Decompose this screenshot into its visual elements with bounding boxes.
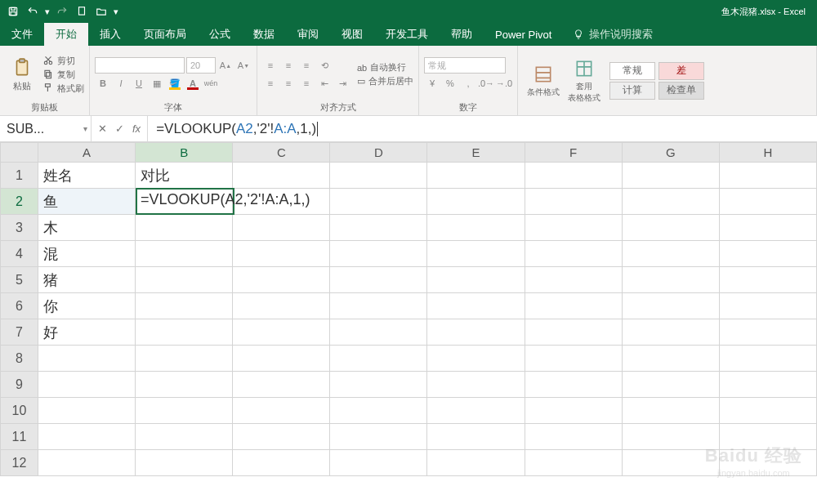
enter-formula-button[interactable]: ✓: [115, 123, 124, 135]
indent-increase-icon[interactable]: ⇥: [334, 75, 350, 91]
phonetic-button[interactable]: wén: [203, 75, 219, 91]
orientation-icon[interactable]: ⟲: [316, 57, 333, 74]
row-header-9[interactable]: 9: [1, 372, 38, 398]
column-header-H[interactable]: H: [719, 143, 816, 163]
increase-decimal-icon[interactable]: .0→: [478, 75, 494, 91]
table-format-button[interactable]: 套用 表格格式: [564, 55, 605, 107]
text-cursor: [317, 122, 318, 136]
percent-icon[interactable]: %: [442, 75, 458, 91]
format-painter-button[interactable]: 格式刷: [42, 83, 84, 95]
border-button[interactable]: ▦: [149, 75, 165, 91]
svg-rect-9: [45, 70, 50, 76]
tab-data[interactable]: 数据: [242, 23, 286, 46]
align-left-icon[interactable]: ≡: [262, 75, 279, 91]
row-header-5[interactable]: 5: [1, 267, 38, 293]
row-header-2[interactable]: 2: [1, 189, 38, 215]
row-header-7[interactable]: 7: [1, 319, 38, 346]
tab-pagelayout[interactable]: 页面布局: [132, 23, 198, 46]
fill-color-button[interactable]: 🪣: [167, 75, 183, 91]
column-header-C[interactable]: C: [233, 143, 330, 163]
align-right-icon[interactable]: ≡: [298, 75, 315, 91]
font-family-select[interactable]: [95, 57, 185, 74]
paste-button[interactable]: 粘贴: [5, 48, 39, 100]
qat-more-icon[interactable]: ▾: [111, 2, 121, 21]
row-header-8[interactable]: 8: [1, 346, 38, 372]
cancel-formula-button[interactable]: ✕: [98, 123, 107, 135]
row-header-3[interactable]: 3: [1, 215, 38, 241]
tab-view[interactable]: 视图: [330, 23, 374, 46]
column-header-B[interactable]: B: [136, 143, 233, 163]
align-bottom-icon[interactable]: ≡: [298, 57, 315, 74]
align-center-icon[interactable]: ≡: [280, 75, 297, 91]
align-middle-icon[interactable]: ≡: [280, 57, 297, 74]
style-bad[interactable]: 差: [659, 62, 704, 80]
align-top-icon[interactable]: ≡: [262, 57, 279, 74]
conditional-format-button[interactable]: 条件格式: [523, 55, 564, 107]
copy-button[interactable]: 复制: [42, 69, 84, 81]
indent-decrease-icon[interactable]: ⇤: [316, 75, 333, 91]
cell-C1[interactable]: [233, 163, 330, 189]
tab-review[interactable]: 审阅: [286, 23, 330, 46]
comma-icon[interactable]: ,: [460, 75, 476, 91]
style-check[interactable]: 检查单: [659, 82, 704, 100]
number-format-select[interactable]: 常规: [424, 57, 506, 74]
row-header-10[interactable]: 10: [1, 398, 38, 424]
column-header-F[interactable]: F: [525, 143, 622, 163]
select-all-corner[interactable]: [1, 143, 38, 163]
font-size-select[interactable]: 20: [186, 57, 216, 74]
cell-A4[interactable]: 混: [38, 241, 135, 267]
font-color-button[interactable]: A: [185, 75, 201, 91]
row-header-4[interactable]: 4: [1, 241, 38, 267]
qat-dropdown-icon[interactable]: ▾: [42, 2, 52, 21]
save-icon[interactable]: [3, 2, 23, 21]
merge-center-button[interactable]: ▭合并后居中: [357, 75, 413, 87]
row-header-11[interactable]: 11: [1, 424, 38, 450]
column-header-A[interactable]: A: [38, 143, 135, 163]
cell-B1[interactable]: 对比: [136, 163, 233, 189]
column-header-D[interactable]: D: [330, 143, 427, 163]
increase-font-icon[interactable]: A▲: [217, 57, 234, 74]
name-box[interactable]: SUB... ▾: [0, 116, 92, 141]
tab-home[interactable]: 开始: [44, 23, 88, 46]
formula-input[interactable]: =VLOOKUP(A2,'2'!A:A,1,): [148, 116, 817, 141]
group-label-clipboard: 剪贴板: [5, 101, 84, 115]
cell-A1[interactable]: 姓名: [38, 163, 135, 189]
tab-file[interactable]: 文件: [0, 23, 44, 46]
tell-me-search[interactable]: 操作说明搜索: [563, 23, 663, 46]
open-file-icon[interactable]: [92, 2, 111, 21]
decrease-decimal-icon[interactable]: →.0: [496, 75, 512, 91]
wrap-text-button[interactable]: ab自动换行: [357, 61, 413, 74]
cell-A5[interactable]: 猪: [38, 267, 135, 293]
cut-button[interactable]: 剪切: [42, 55, 84, 67]
style-normal[interactable]: 常规: [609, 62, 655, 80]
row-header-6[interactable]: 6: [1, 293, 38, 319]
cell-A7[interactable]: 好: [38, 319, 135, 346]
ribbon-tabs: 文件 开始 插入 页面布局 公式 数据 审阅 视图 开发工具 帮助 Power …: [0, 23, 817, 46]
cell-B2[interactable]: [136, 189, 233, 215]
fx-button[interactable]: fx: [132, 123, 141, 135]
italic-button[interactable]: I: [113, 75, 129, 91]
tab-insert[interactable]: 插入: [88, 23, 132, 46]
currency-icon[interactable]: ¥: [424, 75, 440, 91]
tab-help[interactable]: 帮助: [440, 23, 484, 46]
cell-A2[interactable]: 鱼: [38, 189, 135, 215]
spreadsheet-grid[interactable]: A B C D E F G H 1姓名对比 2鱼 3木 4混 5猪 6你 7好 …: [0, 142, 817, 504]
cell-A3[interactable]: 木: [38, 215, 135, 241]
tab-developer[interactable]: 开发工具: [374, 23, 440, 46]
column-header-G[interactable]: G: [622, 143, 719, 163]
column-header-E[interactable]: E: [427, 143, 525, 163]
tab-powerpivot[interactable]: Power Pivot: [484, 23, 563, 46]
new-file-icon[interactable]: [72, 2, 92, 21]
redo-icon[interactable]: [52, 2, 72, 21]
row-header-1[interactable]: 1: [1, 163, 38, 189]
bold-button[interactable]: B: [95, 75, 111, 91]
cell-A6[interactable]: 你: [38, 293, 135, 319]
row-header-12[interactable]: 12: [1, 450, 38, 476]
decrease-font-icon[interactable]: A▼: [235, 57, 252, 74]
style-calc[interactable]: 计算: [609, 82, 655, 100]
undo-icon[interactable]: [23, 2, 42, 21]
tab-formulas[interactable]: 公式: [198, 23, 242, 46]
app-name: Excel: [784, 7, 806, 16]
underline-button[interactable]: U: [131, 75, 147, 91]
chevron-down-icon[interactable]: ▾: [83, 124, 87, 133]
